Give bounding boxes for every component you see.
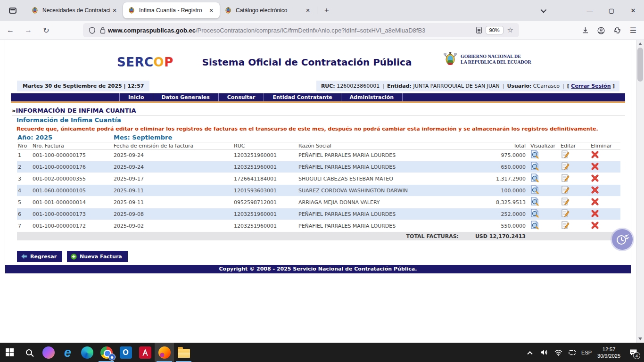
list-tabs-chevron-icon[interactable] (536, 3, 550, 17)
nav-administracion[interactable]: Administración (341, 93, 403, 101)
tab-close-icon[interactable]: ✕ (110, 6, 119, 15)
table-row: 5 001-001-000000014 2025-09-11 095259871… (17, 197, 620, 208)
forward-button[interactable]: → (21, 23, 36, 38)
tab-catalogo[interactable]: Catálogo electrónico ✕ (220, 2, 316, 18)
scroll-up-icon[interactable] (638, 42, 642, 45)
table-body: 1 001-100-000000175 2025-09-24 120325196… (17, 149, 620, 232)
regresar-button[interactable]: Regresar (17, 251, 62, 262)
winged-clock-icon (614, 231, 630, 247)
zoom-level-badge[interactable]: 90% (486, 26, 504, 34)
logout-link[interactable]: Cerrar Sesión (571, 83, 611, 89)
clock-time: 12:57 (597, 346, 620, 353)
wifi-icon[interactable] (552, 343, 564, 362)
volume-icon[interactable] (538, 343, 550, 362)
editar-icon[interactable] (561, 197, 570, 206)
bookmark-star-icon[interactable]: ☆ (507, 26, 513, 34)
nav-entidad-contratante[interactable]: Entidad Contratante (264, 93, 341, 101)
account-icon[interactable] (593, 23, 609, 38)
visualizar-icon[interactable] (530, 185, 539, 194)
overlay-clock-widget[interactable] (612, 229, 633, 250)
lock-icon[interactable] (100, 27, 106, 34)
copilot-button[interactable] (39, 343, 58, 362)
eliminar-icon[interactable] (591, 197, 600, 206)
editar-icon[interactable] (561, 173, 570, 182)
nueva-factura-button[interactable]: Nueva Factura (67, 251, 128, 262)
visualizar-icon[interactable] (530, 209, 539, 218)
editar-icon[interactable] (561, 221, 570, 230)
editar-icon[interactable] (561, 185, 570, 194)
tray-display-icon[interactable] (566, 343, 578, 362)
visualizar-icon[interactable] (530, 197, 539, 206)
shield-icon[interactable] (89, 27, 95, 34)
file-explorer-button[interactable] (174, 343, 193, 362)
minimize-button[interactable]: — (579, 0, 601, 21)
language-indicator[interactable]: ESP (580, 343, 593, 362)
col-fecha: Fecha de emisión de la factura (114, 143, 234, 149)
datetime-bar: Martes 30 de Septiembre de 2025 | 12:57 (17, 81, 149, 91)
outlook-button[interactable]: O (116, 343, 135, 362)
user-value: CCarrasco (533, 83, 560, 89)
cell-razon-social: PEÑAFIEL PARRALES MARIA LOURDES (298, 223, 462, 229)
edge-button[interactable] (77, 343, 97, 362)
tab-close-icon[interactable]: ✕ (206, 6, 216, 15)
scrollbar-thumb[interactable] (637, 48, 643, 82)
eliminar-icon[interactable] (591, 186, 600, 195)
taskbar-clock[interactable]: 12:57 30/9/2025 (594, 346, 623, 359)
tab-necesidades[interactable]: Necesidades de Contratación y ✕ (26, 2, 123, 18)
eliminar-icon[interactable] (591, 162, 600, 171)
cell-total: 650.0000 (462, 164, 528, 170)
url-bar[interactable]: www.compraspublicas.gob.ec/ProcesoContra… (83, 23, 519, 37)
eliminar-icon[interactable] (591, 150, 600, 159)
chrome-button[interactable]: ☻ (97, 343, 116, 362)
acrobat-button[interactable] (135, 343, 155, 362)
table-row: 4 001-060-000000105 2025-09-11 120159360… (17, 185, 620, 197)
internet-explorer-button[interactable]: e (58, 343, 77, 362)
visualizar-icon[interactable] (530, 162, 539, 171)
cell-total: 100.0000 (462, 188, 528, 194)
table-row: 1 001-100-000000175 2025-09-24 120325196… (17, 149, 620, 161)
scroll-down-icon[interactable] (638, 337, 642, 340)
eliminar-icon[interactable] (591, 209, 600, 218)
firefox-button[interactable] (155, 343, 174, 362)
cell-factura: 001-100-000000176 (33, 164, 114, 170)
editar-icon[interactable] (561, 150, 570, 159)
tab-close-icon[interactable]: ✕ (303, 6, 313, 15)
close-window-button[interactable]: ✕ (622, 0, 644, 21)
cell-nro: 2 (17, 164, 33, 170)
menu-hamburger-icon[interactable]: ☰ (625, 23, 641, 38)
cell-total: 550.0000 (462, 223, 528, 229)
cell-ruc: 1203251960001 (234, 223, 298, 229)
total-row: TOTAL FACTURAS: USD 12,170.2413 (17, 232, 620, 240)
system-tray: ESP 12:57 30/9/2025 4 (524, 343, 641, 362)
visualizar-icon[interactable] (530, 150, 539, 159)
cell-factura: 001-060-000000105 (33, 188, 114, 194)
visualizar-icon[interactable] (530, 221, 539, 230)
eliminar-icon[interactable] (591, 174, 600, 183)
maximize-button[interactable]: ▢ (601, 0, 622, 21)
visualizar-icon[interactable] (530, 173, 539, 182)
back-button[interactable]: ← (3, 23, 18, 38)
window-controls: — ▢ ✕ (536, 0, 644, 21)
firefox-view-icon[interactable] (6, 3, 20, 17)
scrollbar[interactable] (636, 40, 644, 343)
eliminar-icon[interactable] (591, 221, 600, 230)
col-razon-social: Razón Social (298, 143, 462, 149)
editar-icon[interactable] (561, 162, 570, 171)
cell-razon-social: PEÑAFIEL PARRALES MARIA LOURDES (298, 211, 462, 217)
tray-chevron-icon[interactable] (524, 343, 536, 362)
nav-consultar[interactable]: Consultar (219, 93, 264, 101)
nav-datos-generales[interactable]: Datos Generales (153, 93, 219, 101)
windows-logo-icon (6, 348, 14, 356)
reader-mode-icon[interactable] (476, 27, 482, 33)
reload-button[interactable]: ↻ (39, 23, 54, 38)
downloads-icon[interactable] (577, 23, 593, 38)
start-button[interactable] (0, 343, 19, 362)
search-button[interactable] (19, 343, 39, 362)
new-tab-button[interactable]: + (320, 4, 333, 17)
tab-infima-cuantia[interactable]: Infima Cuantía - Registro ✕ (123, 2, 220, 18)
entity-value: JUNTA PARROQUIAL DE SAN JUAN (413, 83, 499, 89)
extensions-icon[interactable] (609, 23, 625, 38)
notification-center-button[interactable]: 4 (625, 343, 641, 362)
editar-icon[interactable] (561, 209, 570, 218)
nav-inicio[interactable]: Inicio (119, 93, 153, 101)
